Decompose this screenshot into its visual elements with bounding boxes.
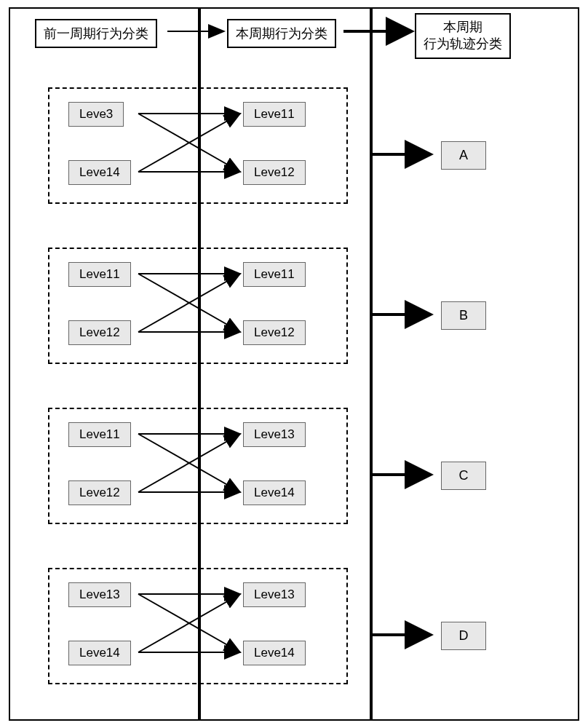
g4-left-1: Leve14	[68, 641, 131, 665]
header-col3-line2: 行为轨迹分类	[424, 36, 502, 51]
g1-right-0: Leve11	[243, 102, 306, 127]
g3-left-1: Leve12	[68, 480, 131, 505]
g1-left-1: Leve14	[68, 160, 131, 185]
header-col1: 前一周期行为分类	[35, 19, 157, 48]
diagram-container: 前一周期行为分类 本周期行为分类 本周期 行为轨迹分类	[9, 7, 579, 721]
g4-left-0: Leve13	[68, 582, 131, 607]
g2-left-1: Leve12	[68, 320, 131, 345]
result-a: A	[441, 141, 486, 170]
g2-left-0: Leve11	[68, 262, 131, 287]
g3-right-0: Leve13	[243, 422, 306, 447]
result-c: C	[441, 462, 486, 490]
g2-right-1: Leve12	[243, 320, 306, 345]
g2-right-0: Leve11	[243, 262, 306, 287]
header-col3-line1: 本周期	[443, 20, 482, 34]
g1-left-0: Leve3	[68, 102, 124, 127]
header-col2: 本周期行为分类	[227, 19, 336, 48]
result-b: B	[441, 301, 486, 330]
g4-right-1: Leve14	[243, 641, 306, 665]
header-col3: 本周期 行为轨迹分类	[415, 13, 511, 59]
g3-left-0: Leve11	[68, 422, 131, 447]
g4-right-0: Leve13	[243, 582, 306, 607]
g3-right-1: Leve14	[243, 480, 306, 505]
result-d: D	[441, 622, 486, 650]
g1-right-1: Leve12	[243, 160, 306, 185]
column-3-border	[371, 7, 579, 721]
